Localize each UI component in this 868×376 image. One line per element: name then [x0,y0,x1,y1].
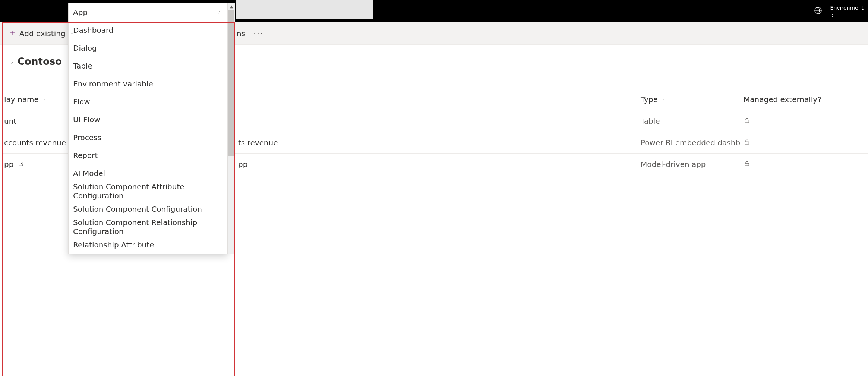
search-field[interactable] [236,0,373,19]
add-existing-label: Add existing [19,29,66,38]
menu-item-label: Report [73,151,98,160]
menu-item[interactable]: UI Flow [69,111,227,129]
overflow-button[interactable]: ··· [253,29,263,38]
menu-item-label: Table [73,61,92,70]
menu-item-label: Solution Component Attribute Configurati… [73,182,222,200]
content-area: Contoso lay name Type Managed externally… [0,45,868,376]
chevron-down-icon [42,97,47,102]
menu-item-label: UI Flow [73,115,100,124]
menu-item[interactable]: Process [69,129,227,146]
chevron-down-icon [69,31,75,36]
menu-item[interactable]: Solution Component Configuration [69,200,227,218]
lock-icon [744,138,750,147]
menu-item-label: Dashboard [73,26,114,35]
dropdown-menu: AppDashboardDialogTableEnvironment varia… [68,3,228,254]
menu-item[interactable]: Flow [69,93,227,111]
row-managed [741,117,868,126]
menu-item-label: Relationship Attribute [73,240,154,249]
menu-item[interactable]: App [69,3,227,21]
row-type: Model-driven app [638,160,741,169]
lock-icon [744,117,750,126]
menu-item[interactable]: Environment variable [69,75,227,93]
environment-label: Environment [830,5,864,11]
svg-rect-2 [745,142,749,144]
svg-rect-3 [745,163,749,166]
menu-item-label: Dialog [73,44,97,53]
plus-icon [9,29,16,38]
lock-icon [744,160,750,169]
menu-item-label: Flow [73,97,90,106]
open-in-new-icon[interactable] [18,160,24,169]
menu-item[interactable]: Table [69,57,227,75]
row-name-right: pp [236,160,638,169]
add-existing-button[interactable]: Add existing [5,27,78,40]
dropdown-scrollbar[interactable]: ▲ [228,3,235,254]
truncated-command-label: ns [237,29,245,38]
add-existing-dropdown: AppDashboardDialogTableEnvironment varia… [68,3,228,254]
scroll-up-arrow-icon[interactable]: ▲ [228,3,235,10]
menu-item[interactable]: Solution Component Attribute Configurati… [69,182,227,200]
menu-item[interactable]: Dialog [69,39,227,57]
page-title: Contoso [18,56,62,67]
menu-item[interactable]: AI Model [69,164,227,182]
menu-item-label: Solution Component Configuration [73,205,202,214]
row-managed [741,138,868,147]
chevron-right-icon [217,10,222,15]
menu-item-label: Solution Component Relationship Configur… [73,218,222,236]
menu-item[interactable]: Dashboard [69,21,227,39]
row-type: Power BI embedded dashboard [638,138,741,147]
globe-icon[interactable] [814,6,822,16]
menu-item[interactable]: Report [69,146,227,164]
chevron-right-icon[interactable] [9,60,15,65]
menu-item-label: AI Model [73,169,105,178]
menu-item[interactable]: Solution Component Relationship Configur… [69,218,227,236]
menu-item-label: Process [73,133,101,142]
menu-item[interactable]: Relationship Attribute [69,236,227,254]
scroll-thumb[interactable] [228,10,234,156]
menu-item-label: App [73,8,88,17]
row-managed [741,160,868,169]
chevron-down-icon [661,97,666,102]
row-name-right: ts revenue [236,138,638,147]
svg-rect-1 [745,120,749,123]
environment-colon: : [830,12,834,18]
row-type: Table [638,117,741,126]
column-header-managed[interactable]: Managed externally? [741,95,868,104]
menu-item-label: Environment variable [73,79,153,88]
column-header-type[interactable]: Type [638,95,741,104]
